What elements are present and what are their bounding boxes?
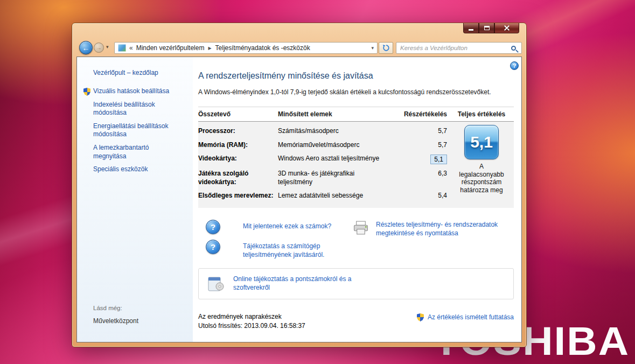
maximize-button[interactable] (479, 23, 494, 33)
page-title: A rendszerteljesítmény minősítése és jav… (198, 71, 514, 81)
row-subscore: 6,3 (438, 170, 447, 177)
sidebar-item-action-center[interactable]: Műveletközpont (93, 317, 138, 325)
question-icon: ? (206, 240, 220, 254)
table-row: Videokártya: Windows Aero asztali teljes… (198, 152, 449, 167)
status-up-to-date: Az eredmények naprakészek (198, 312, 305, 321)
base-score-column: 5,1 A legalacsonyabb részpontszám határo… (449, 122, 514, 208)
header-subscore: Részértékelés (391, 110, 449, 118)
base-score-caption: A legalacsonyabb részpontszám határozza … (457, 163, 506, 194)
row-rated: 3D munka- és játékgrafikai teljesítmény (278, 170, 391, 186)
sidebar-item-label: Energiaellátási beállítások módosítása (93, 122, 168, 138)
minimize-icon (469, 29, 473, 31)
score-table-header: Összetevő Minősített elemek Részértékelé… (198, 107, 514, 122)
header-rated: Minősített elemek (278, 110, 391, 118)
page-subtitle: A Windows-élményindex 1,0-tól 7,9-ig ter… (198, 88, 514, 96)
question-icon: ? (206, 220, 220, 234)
close-icon (504, 25, 510, 31)
table-row: Elsődleges merevlemez: Lemez adatátvitel… (198, 189, 449, 203)
status-section: Az eredmények naprakészek Utolsó frissít… (198, 312, 514, 331)
rerun-assessment-link[interactable]: Az értékelés ismételt futtatása (417, 313, 514, 321)
history-dropdown-icon[interactable]: ▾ (106, 44, 109, 50)
sidebar-item-label: Indexelési beállítások módosítása (93, 101, 155, 117)
row-rated: Számítás/másodperc (278, 127, 391, 136)
print-details-text[interactable]: Részletes teljesítmény- és rendszeradato… (376, 221, 511, 237)
help-link-numbers-text[interactable]: Mit jelentenek ezek a számok? (243, 222, 331, 231)
base-score-box: 5,1 (464, 125, 499, 159)
score-table-body: Processzor: Számítás/másodperc 5,7 Memór… (198, 122, 514, 208)
sidebar-item-home[interactable]: Vezérlőpult – kezdőlap (93, 69, 184, 76)
navigation-bar: ← → ▾ « Minden vezérlőpultelem ▶ Teljesí… (76, 39, 522, 57)
online-info-box: Online tájékoztatás a pontszámokról és a… (198, 268, 514, 299)
printer-icon (352, 221, 369, 235)
breadcrumb: « Minden vezérlőpultelem ▶ Teljesítménya… (114, 42, 378, 54)
rerun-assessment-text: Az értékelés ismételt futtatása (428, 313, 514, 321)
header-base-score: Teljes értékelés (449, 110, 514, 118)
back-button[interactable]: ← (79, 41, 93, 54)
help-button[interactable]: ? (510, 61, 519, 70)
search-icon[interactable] (511, 46, 516, 51)
row-rated: Memóriaművelet/másodperc (278, 141, 391, 150)
status-lines: Az eredmények naprakészek Utolsó frissít… (198, 312, 305, 331)
search-input[interactable] (396, 45, 511, 51)
row-subscore: 5,7 (438, 141, 447, 149)
see-also-section: Lásd még: Műveletközpont (93, 305, 138, 325)
row-subscore: 5,4 (438, 192, 447, 199)
main-pane: ? A rendszerteljesítmény minősítése és j… (193, 57, 521, 342)
breadcrumb-separator-icon: ▶ (208, 46, 211, 51)
close-button[interactable] (494, 23, 519, 33)
row-subscore-highlighted: 5,1 (430, 155, 447, 164)
sidebar-item-label: A lemezkarbantartó megnyitása (93, 144, 149, 160)
table-row: Memória (RAM): Memóriaművelet/másodperc … (198, 138, 449, 152)
row-component: Videokártya: (198, 155, 278, 163)
row-component: Memória (RAM): (198, 141, 278, 150)
search-box (396, 42, 522, 54)
row-rated: Windows Aero asztali teljesítménye (278, 155, 391, 163)
caption-buttons (463, 23, 519, 33)
row-component: Játékra szolgáló videokártya: (198, 170, 278, 186)
window-content: Vezérlőpult – kezdőlap Vizuális hatások … (76, 57, 522, 342)
sidebar-item-power-settings[interactable]: Energiaellátási beállítások módosítása (93, 122, 184, 139)
performance-tools-icon (118, 44, 126, 52)
minimize-button[interactable] (463, 23, 479, 33)
breadcrumb-item-all-items[interactable]: Minden vezérlőpultelem (136, 44, 205, 52)
refresh-icon (382, 44, 390, 52)
status-last-refresh: Utolsó frissítés: 2013.09.04. 16:58:37 (198, 321, 305, 331)
forward-button[interactable]: → (94, 43, 104, 53)
sidebar-item-label: Vizuális hatások beállítása (93, 87, 169, 95)
row-component: Processzor: (198, 127, 278, 136)
header-component: Összetevő (198, 110, 278, 118)
table-row: Játékra szolgáló videokártya: 3D munka- … (198, 167, 449, 189)
table-row: Processzor: Számítás/másodperc 5,7 (198, 124, 449, 138)
row-rated: Lemez adatátviteli sebessége (278, 192, 391, 200)
breadcrumb-dropdown-icon[interactable]: ▾ (371, 45, 374, 51)
uac-shield-icon (417, 313, 424, 321)
sidebar-item-visual-effects[interactable]: Vizuális hatások beállítása (93, 87, 184, 96)
maximize-icon (484, 26, 490, 30)
print-details-link: Részletes teljesítmény- és rendszeradato… (352, 221, 514, 237)
help-links-section: ? Mit jelentenek ezek a számok? ? Tájéko… (198, 220, 514, 266)
sidebar: Vezérlőpult – kezdőlap Vizuális hatások … (77, 57, 193, 342)
refresh-button[interactable] (379, 42, 393, 54)
breadcrumb-item-performance[interactable]: Teljesítményadatok és -eszközök (215, 44, 310, 52)
breadcrumb-collapse-chevron[interactable]: « (129, 44, 133, 52)
see-also-label: Lásd még: (93, 305, 138, 311)
online-info-text[interactable]: Online tájékoztatás a pontszámokról és a… (233, 275, 373, 292)
sidebar-item-disk-cleanup[interactable]: A lemezkarbantartó megnyitása (93, 144, 184, 160)
sidebar-item-label: Speciális eszközök (93, 165, 148, 173)
help-link-improve: ? Tájékoztatás a számítógép teljesítmény… (198, 240, 514, 259)
uac-shield-icon (83, 88, 90, 96)
help-link-improve-text[interactable]: Tájékoztatás a számítógép teljesítményén… (243, 242, 364, 259)
software-box-icon (206, 275, 225, 293)
score-table: Összetevő Minősített elemek Részértékelé… (198, 107, 514, 208)
row-component: Elsődleges merevlemez: (198, 192, 278, 200)
control-panel-window: ← → ▾ « Minden vezérlőpultelem ▶ Teljesí… (72, 23, 527, 347)
sidebar-item-indexing-options[interactable]: Indexelési beállítások módosítása (93, 101, 184, 117)
score-rows: Processzor: Számítás/másodperc 5,7 Memór… (198, 122, 449, 208)
row-subscore: 5,7 (438, 127, 447, 135)
sidebar-item-advanced-tools[interactable]: Speciális eszközök (93, 165, 184, 174)
